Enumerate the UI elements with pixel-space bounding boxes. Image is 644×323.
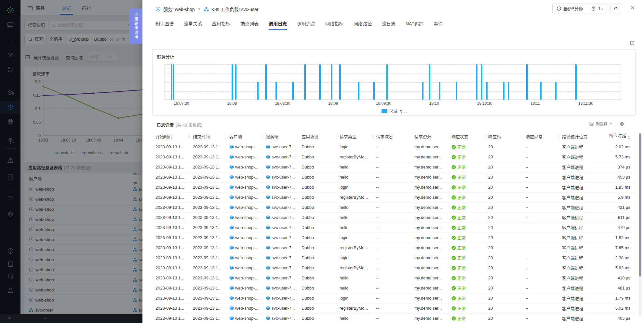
drawer-tab-8[interactable]: 流日志 bbox=[382, 20, 396, 30]
trend-bar[interactable] bbox=[429, 64, 430, 100]
trend-bar[interactable] bbox=[422, 82, 423, 100]
log-column-header-4[interactable]: 应用协议 bbox=[298, 131, 336, 142]
open-in-new-window-icon[interactable] bbox=[629, 40, 635, 47]
log-table-row[interactable]: 2023-09-13 1...2023-09-13 1...web-shop-.… bbox=[152, 273, 636, 283]
sort-icon[interactable] bbox=[628, 134, 630, 141]
trend-bar[interactable] bbox=[508, 82, 509, 100]
log-table-row[interactable]: 2023-09-13 1...2023-09-13 1...web-shop-.… bbox=[152, 222, 636, 233]
trend-bar[interactable] bbox=[257, 82, 259, 100]
trend-bar[interactable] bbox=[555, 82, 557, 100]
status-ok-icon bbox=[451, 165, 456, 169]
modal-dim-overlay[interactable] bbox=[0, 0, 142, 323]
column-select-icon[interactable] bbox=[589, 121, 594, 126]
drawer-tab-2[interactable]: 应用指标 bbox=[212, 20, 230, 30]
log-table-row[interactable]: 2023-09-13 1...2023-09-13 1...web-shop-.… bbox=[152, 192, 636, 202]
trend-bar[interactable] bbox=[304, 64, 306, 100]
trend-bar[interactable] bbox=[235, 64, 236, 100]
trend-bar[interactable] bbox=[319, 64, 321, 100]
trend-bar[interactable] bbox=[358, 82, 359, 100]
log-table-row[interactable]: 2023-09-13 1...2023-09-13 1...web-shop-.… bbox=[152, 162, 636, 172]
drawer-toolbar: 最近5分钟 1s bbox=[552, 4, 621, 13]
breadcrumb-service[interactable]: 服务: web-shop bbox=[163, 6, 195, 12]
column-select-label[interactable]: 列选择 bbox=[596, 121, 608, 127]
log-table-row[interactable]: 2023-09-13 1...2023-09-13 1...web-shop-.… bbox=[152, 182, 636, 192]
log-column-header-0[interactable]: 开始时间 bbox=[152, 131, 190, 142]
trend-bar[interactable] bbox=[265, 64, 267, 100]
drawer-tab-4[interactable]: 调用日志 bbox=[269, 20, 287, 30]
drawer-tab-5[interactable]: 调用追踪 bbox=[297, 20, 315, 30]
log-table-row[interactable]: 2023-09-13 1...2023-09-13 1...web-shop-.… bbox=[152, 142, 636, 152]
log-column-header-5[interactable]: 请求类型 bbox=[336, 131, 373, 142]
drawer-tab-0[interactable]: 知识图谱 bbox=[155, 20, 174, 30]
cube-icon bbox=[266, 205, 270, 209]
trend-bar[interactable] bbox=[275, 82, 277, 100]
drawer-tab-6[interactable]: 网络指标 bbox=[325, 20, 343, 30]
log-column-header-9[interactable]: 响应码 bbox=[485, 131, 522, 142]
log-table-row[interactable]: 2023-09-13 1...2023-09-13 1...web-shop-.… bbox=[152, 152, 636, 162]
trend-bar[interactable] bbox=[526, 64, 528, 100]
log-table-row[interactable]: 2023-09-13 1...2023-09-13 1...web-shop-.… bbox=[152, 283, 636, 293]
log-table-row[interactable]: 2023-09-13 1...2023-09-13 1...web-shop-.… bbox=[152, 212, 636, 222]
log-column-header-3[interactable]: 服务端 bbox=[262, 131, 298, 142]
log-column-header-7[interactable]: 请求资源 bbox=[411, 131, 448, 142]
refresh-interval-select[interactable]: 1s bbox=[587, 4, 607, 13]
cube-icon bbox=[229, 276, 234, 280]
trend-bar[interactable] bbox=[232, 64, 233, 100]
trend-chart[interactable] bbox=[164, 64, 621, 100]
log-column-header-2[interactable]: 客户端 bbox=[226, 131, 262, 142]
trend-tick-label: 18:09:30 bbox=[372, 101, 395, 106]
trend-bar[interactable] bbox=[339, 64, 341, 100]
trend-bar[interactable] bbox=[331, 64, 332, 100]
log-table-row[interactable]: 2023-09-13 1...2023-09-13 1...web-shop-.… bbox=[152, 303, 636, 313]
trend-bar[interactable] bbox=[503, 82, 504, 100]
log-table-row[interactable]: 2023-09-13 1...2023-09-13 1...web-shop-.… bbox=[152, 202, 636, 212]
status-ok-icon bbox=[451, 215, 456, 220]
drawer-ribbon-app-path-detail[interactable]: 应用路径详情 bbox=[129, 8, 142, 44]
trend-legend[interactable]: 区域=华... bbox=[153, 108, 636, 114]
trend-bar[interactable] bbox=[386, 64, 388, 100]
drawer-tab-7[interactable]: 网络路径 bbox=[354, 20, 372, 30]
log-column-header-11[interactable]: 路径统计位置 bbox=[559, 131, 601, 142]
status-ok-icon bbox=[451, 175, 456, 180]
trend-bar[interactable] bbox=[481, 64, 482, 100]
scrollbar-thumb[interactable] bbox=[639, 133, 641, 276]
trend-bar[interactable] bbox=[456, 82, 457, 100]
status-ok-icon bbox=[451, 225, 456, 230]
drawer-tab-1[interactable]: 流量关系 bbox=[184, 20, 202, 30]
table-scrollbar[interactable] bbox=[639, 133, 641, 316]
trend-bar[interactable] bbox=[476, 64, 477, 100]
breadcrumb-workload[interactable]: K8s 工作负载: svc-user bbox=[211, 6, 259, 12]
trend-bar[interactable] bbox=[292, 82, 294, 100]
log-column-header-10[interactable]: 响应异常 bbox=[522, 131, 559, 142]
log-column-header-12[interactable]: 响应时延 bbox=[601, 131, 636, 142]
trend-bar[interactable] bbox=[173, 64, 174, 100]
cube-icon bbox=[229, 225, 234, 230]
trend-bar[interactable] bbox=[575, 64, 577, 100]
drawer-tab-10[interactable]: 事件 bbox=[434, 20, 443, 30]
trend-bar[interactable] bbox=[540, 82, 542, 100]
log-table-row[interactable]: 2023-09-13 1...2023-09-13 1...web-shop-.… bbox=[152, 253, 636, 263]
log-column-header-1[interactable]: 结束时间 bbox=[190, 131, 226, 142]
log-column-header-8[interactable]: 响应状态 bbox=[448, 131, 485, 142]
trend-bar[interactable] bbox=[439, 82, 440, 100]
refresh-button[interactable] bbox=[610, 4, 621, 13]
time-range-select[interactable]: 最近5分钟 bbox=[553, 4, 587, 13]
logs-section-title: 日志详情(共 43 条数据) bbox=[157, 122, 202, 128]
log-table-row[interactable]: 2023-09-13 1...2023-09-13 1...web-shop-.… bbox=[152, 233, 636, 243]
drawer-tab-9[interactable]: NAT追踪 bbox=[406, 20, 423, 30]
close-icon[interactable]: ✕ bbox=[630, 5, 635, 11]
trend-bar[interactable] bbox=[486, 82, 488, 100]
log-table-row[interactable]: 2023-09-13 1...2023-09-13 1...web-shop-.… bbox=[152, 172, 636, 182]
trend-bar[interactable] bbox=[373, 82, 375, 100]
ribbon-label: 应用路径详情 bbox=[133, 12, 139, 40]
cube-icon bbox=[229, 255, 234, 260]
table-settings-gear-icon[interactable] bbox=[619, 121, 624, 127]
log-table-row[interactable]: 2023-09-13 1...2023-09-13 1...web-shop-.… bbox=[152, 293, 636, 303]
chevron-down-icon[interactable]: ▼ bbox=[610, 122, 612, 126]
drawer-tab-3[interactable]: 端点列表 bbox=[240, 20, 259, 30]
log-column-header-6[interactable]: 请求域名 bbox=[373, 131, 411, 142]
cube-icon bbox=[229, 155, 234, 159]
log-table-row[interactable]: 2023-09-13 1...2023-09-13 1...web-shop-.… bbox=[152, 243, 636, 253]
log-table-row[interactable]: 2023-09-13 1...2023-09-13 1...web-shop-.… bbox=[152, 263, 636, 273]
log-table-row[interactable]: 2023-09-13 1...2023-09-13 1...web-shop-.… bbox=[152, 313, 636, 323]
